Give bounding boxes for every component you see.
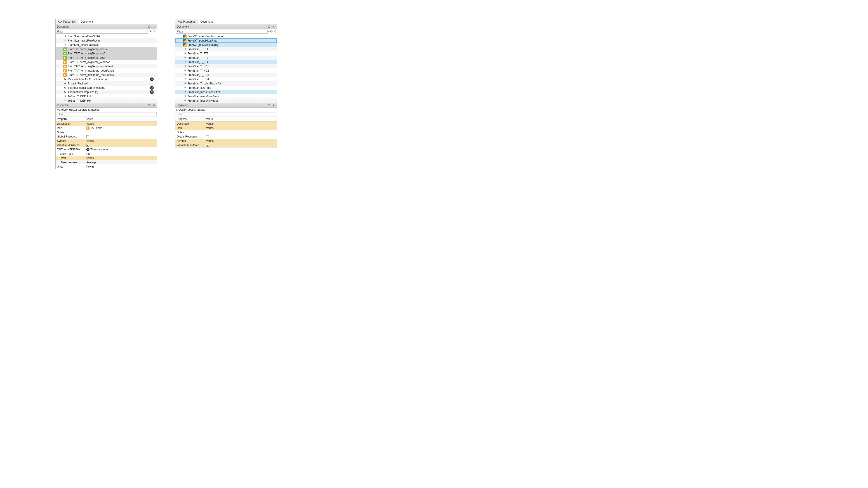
filter-input[interactable] <box>176 30 268 34</box>
close-icon[interactable]: ✕ <box>152 25 155 28</box>
tree-item-label: FromStar_flowTime <box>188 86 277 90</box>
tree-item[interactable]: ✧FromStar_T_cabinRecircAir <box>175 81 277 86</box>
tree-item[interactable]: ✧ToStar_T_DEF_RH <box>56 98 157 103</box>
property-value[interactable]: Varies <box>205 122 277 126</box>
tree-item[interactable]: ✧FromStar_flowTime <box>175 86 277 90</box>
chevron-down-icon[interactable]: ⌄ <box>57 153 60 155</box>
tree-item[interactable]: ✧FromStar_T_HD4 <box>175 77 277 81</box>
property-value[interactable]: ▶TAITherm <box>85 126 157 130</box>
tree-item[interactable]: ▶FromTAITherm_avgTemp_seat <box>56 56 157 60</box>
property-value[interactable]: Part <box>85 152 157 156</box>
formula-icon: fx <box>63 77 67 81</box>
property-value[interactable]: ⊕Thermal model <box>85 148 157 151</box>
property-row[interactable]: Variable Monitored <box>56 143 157 147</box>
property-row[interactable]: ⌄Entity TypePart <box>56 152 157 156</box>
tree-item[interactable]: ✧ToStar_T_DEF_LH <box>56 94 157 98</box>
tab-key-properties[interactable]: Key Properties <box>175 19 198 24</box>
property-row[interactable]: Global Resource <box>56 134 157 139</box>
close-icon[interactable]: ✕ <box>272 25 275 28</box>
property-row[interactable]: UnitsKelvin <box>56 164 157 169</box>
property-value[interactable]: Varies <box>205 126 277 130</box>
checkbox-icon[interactable] <box>206 135 209 138</box>
tree-item[interactable]: ▶FromTAITherm_avgTemp_doors <box>56 47 157 51</box>
tree-item[interactable]: ▶FromTAITherm_avgTemp_roof <box>56 51 157 56</box>
property-row[interactable]: DescriptionVaries <box>56 122 157 126</box>
property-row[interactable]: SymbolVaries <box>175 139 277 143</box>
property-value[interactable] <box>85 132 157 133</box>
property-value[interactable]: Average <box>85 161 157 164</box>
tree-item[interactable]: ✧FromStar_massFlowRecirc <box>175 94 277 98</box>
filter-input[interactable] <box>56 30 148 34</box>
tree-item[interactable]: fxMax wait time for GT solution (s)⊕ <box>56 77 157 81</box>
tab-document[interactable]: Document <box>78 19 96 24</box>
tree-item[interactable]: ✧FromStar_T_FT4 <box>175 60 277 64</box>
tree-item[interactable]: fxT_cabinRecircAir <box>56 81 157 86</box>
star-icon: ✧ <box>63 39 67 42</box>
property-row[interactable]: Icon▶TAITherm <box>56 126 157 130</box>
property-value[interactable]: Kelvin <box>85 165 157 168</box>
document-tree[interactable]: ✧FromStar_massFlowOutlet✧FromStar_massFl… <box>56 34 157 103</box>
tree-item[interactable]: ✧FromStar_T_FT2 <box>175 51 277 56</box>
tab-key-properties[interactable]: Key Properties <box>56 19 78 24</box>
remove-icon[interactable]: − <box>153 30 156 33</box>
property-value[interactable]: Varies <box>85 156 157 160</box>
property-row[interactable]: Variable Monitored <box>175 143 277 147</box>
tree-item[interactable]: ✧FromStar_T_FT1 <box>175 47 277 51</box>
undock-icon[interactable]: ❐ <box>268 25 271 28</box>
undock-icon[interactable]: ❐ <box>268 104 271 107</box>
tree-item[interactable]: ✧FromStar_massFlowRecirc <box>56 38 157 43</box>
tree-item[interactable]: ✧FromStar_massFlowTotal <box>56 43 157 47</box>
inspector-filter[interactable] <box>176 112 276 116</box>
property-row[interactable]: Notes <box>175 130 277 134</box>
tree-item[interactable]: ✧FromStar_T_HD1 <box>175 64 277 68</box>
remove-icon[interactable]: − <box>273 30 276 33</box>
tree-item[interactable]: FromGT_relativeHumidity <box>175 43 277 47</box>
property-value[interactable]: Varies <box>205 139 277 143</box>
tree-item[interactable]: ✧FromStar_T_FT3 <box>175 56 277 60</box>
checkbox-icon[interactable] <box>86 135 89 138</box>
property-value[interactable]: Varies <box>85 122 157 126</box>
tree-item[interactable]: ✧FromStar_massFlowTotal <box>175 98 277 103</box>
tree-item[interactable]: ▶FromTAITherm_maxTemp_roofPanels <box>56 73 157 77</box>
property-row[interactable]: TAITherm TDF File⊕Thermal model <box>56 147 157 152</box>
property-value[interactable] <box>85 135 157 138</box>
checkbox-icon[interactable] <box>86 144 89 147</box>
tree-item[interactable]: ▶FromTAITherm_maxTemp_doorPanels <box>56 68 157 73</box>
tree-item[interactable]: ✧FromStar_massFlowOutlet <box>56 34 157 38</box>
undock-icon[interactable]: ❐ <box>148 25 151 28</box>
close-icon[interactable]: ✕ <box>272 104 275 107</box>
undock-icon[interactable]: ❐ <box>148 104 151 107</box>
property-row[interactable]: Global Resource <box>175 134 277 139</box>
document-tree[interactable]: FromGT_massFraction_recircFromGT_panelHe… <box>175 34 277 103</box>
add-icon[interactable]: + <box>149 30 152 33</box>
property-row[interactable]: IconVaries <box>175 126 277 130</box>
tree-item[interactable]: FromGT_panelHeatRate <box>175 38 277 43</box>
property-row[interactable]: PartVaries <box>56 156 157 160</box>
tree-item[interactable]: ▶FromTAITherm_avgTemp_windows <box>56 60 157 64</box>
tree-item[interactable]: ✧FromStar_T_HD2 <box>175 68 277 73</box>
property-value[interactable] <box>205 135 277 138</box>
col-property: Property <box>56 117 85 121</box>
tree-item-label: FromStar_T_FT4 <box>188 61 277 64</box>
property-row[interactable]: MeasurementAverage <box>56 160 157 164</box>
add-icon[interactable]: + <box>269 30 272 33</box>
inspector-filter[interactable] <box>56 112 157 116</box>
checkbox-icon[interactable] <box>206 144 209 147</box>
property-row[interactable]: SymbolVaries <box>56 139 157 143</box>
property-value[interactable] <box>85 143 157 147</box>
tree-item[interactable]: ▶FromTAITherm_avgTemp_windshield <box>56 64 157 68</box>
property-row[interactable]: Notes <box>56 130 157 134</box>
tab-strip: Key Properties Document <box>175 19 277 24</box>
property-value[interactable]: Varies <box>85 139 157 143</box>
property-row[interactable]: DescriptionVaries <box>175 122 277 126</box>
tree-item[interactable]: ✧FromStar_T_HD3 <box>175 73 277 77</box>
property-value[interactable] <box>205 143 277 147</box>
tree-item[interactable]: fxThermal timestep size (s)⊕ <box>56 90 157 94</box>
tree-item[interactable]: ✧FromStar_massFlowOutlet <box>175 90 277 94</box>
tree-item[interactable]: FromGT_massFraction_recirc <box>175 34 277 38</box>
close-icon[interactable]: ✕ <box>152 104 155 107</box>
taitherm-yellow-icon: ▶ <box>63 69 67 72</box>
property-value[interactable] <box>205 132 277 133</box>
tree-item[interactable]: fxThermal model start timestamp⊕ <box>56 86 157 90</box>
tab-document[interactable]: Document <box>198 19 215 24</box>
